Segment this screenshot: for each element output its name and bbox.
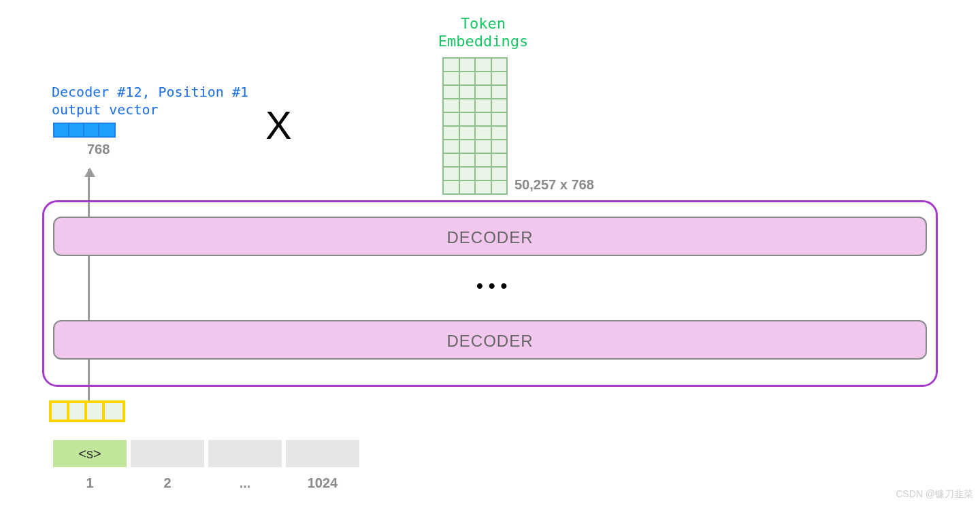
embedding-cell bbox=[443, 153, 459, 167]
embedding-cell bbox=[491, 140, 508, 153]
embedding-cell bbox=[491, 72, 508, 85]
input-vector-cell bbox=[87, 403, 105, 420]
embedding-cell bbox=[459, 180, 476, 194]
output-vector bbox=[53, 123, 116, 138]
emb-title-l2: Embeddings bbox=[438, 33, 528, 50]
embedding-cell bbox=[459, 99, 476, 112]
token-slot: <s> bbox=[53, 440, 127, 467]
multiply-icon: X bbox=[265, 102, 292, 148]
embedding-cell bbox=[475, 99, 491, 112]
embedding-cell bbox=[475, 167, 491, 180]
embedding-cell bbox=[491, 167, 508, 180]
embedding-cell bbox=[459, 85, 476, 99]
embedding-cell bbox=[491, 85, 508, 99]
embedding-cell bbox=[475, 153, 491, 167]
outvec-l2: output vector bbox=[52, 101, 159, 118]
output-vector-dim: 768 bbox=[87, 142, 110, 157]
embedding-cell bbox=[443, 72, 459, 85]
embedding-cell bbox=[491, 180, 508, 194]
embedding-cell bbox=[491, 153, 508, 167]
decoder-block-top: DECODER bbox=[53, 217, 927, 256]
output-vector-cell bbox=[99, 124, 114, 136]
embedding-cell bbox=[459, 126, 476, 140]
output-vector-label: Decoder #12, Position #1 output vector bbox=[52, 83, 248, 118]
embedding-cell bbox=[475, 112, 491, 126]
embedding-dims-label: 50,257 x 768 bbox=[514, 177, 594, 193]
token-slot bbox=[208, 440, 282, 467]
embedding-cell bbox=[475, 72, 491, 85]
position-label: 1 bbox=[53, 475, 127, 491]
embedding-cell bbox=[443, 126, 459, 140]
embedding-cell bbox=[475, 85, 491, 99]
embedding-cell bbox=[491, 126, 508, 140]
emb-title-l1: Token bbox=[461, 15, 506, 32]
input-vector-cell bbox=[105, 403, 122, 420]
embedding-cell bbox=[491, 99, 508, 112]
position-label: 2 bbox=[131, 475, 204, 491]
embedding-cell bbox=[491, 58, 508, 72]
embedding-matrix bbox=[442, 57, 508, 195]
decoder-block-bottom: DECODER bbox=[53, 320, 927, 360]
embedding-cell bbox=[443, 85, 459, 99]
token-slot bbox=[131, 440, 204, 467]
input-vector-cell bbox=[52, 403, 69, 420]
output-vector-cell bbox=[84, 124, 99, 136]
embedding-cell bbox=[459, 140, 476, 153]
token-row: <s> bbox=[53, 440, 359, 467]
embedding-cell bbox=[443, 167, 459, 180]
embedding-cell bbox=[475, 180, 491, 194]
embedding-cell bbox=[459, 153, 476, 167]
ellipsis-icon: ••• bbox=[476, 275, 512, 297]
embedding-cell bbox=[475, 140, 491, 153]
embedding-cell bbox=[443, 99, 459, 112]
token-embeddings-title: Token Embeddings bbox=[422, 15, 544, 51]
embedding-cell bbox=[459, 58, 476, 72]
embedding-cell bbox=[443, 140, 459, 153]
output-vector-cell bbox=[69, 124, 84, 136]
outvec-l1: Decoder #12, Position #1 bbox=[52, 84, 248, 100]
position-row: 12...1024 bbox=[53, 475, 359, 491]
token-slot bbox=[286, 440, 359, 467]
embedding-cell bbox=[491, 112, 508, 126]
input-vector-cell bbox=[69, 403, 87, 420]
output-vector-cell bbox=[54, 124, 69, 136]
embedding-cell bbox=[475, 58, 491, 72]
embedding-cell bbox=[443, 58, 459, 72]
embedding-cell bbox=[459, 167, 476, 180]
input-embedding-vector bbox=[49, 400, 125, 422]
position-label: 1024 bbox=[286, 475, 359, 491]
embedding-cell bbox=[459, 112, 476, 126]
embedding-cell bbox=[443, 180, 459, 194]
position-label: ... bbox=[208, 475, 282, 491]
embedding-cell bbox=[475, 126, 491, 140]
embedding-cell bbox=[443, 112, 459, 126]
embedding-cell bbox=[459, 72, 476, 85]
watermark: CSDN @镰刀韭菜 bbox=[896, 488, 973, 501]
